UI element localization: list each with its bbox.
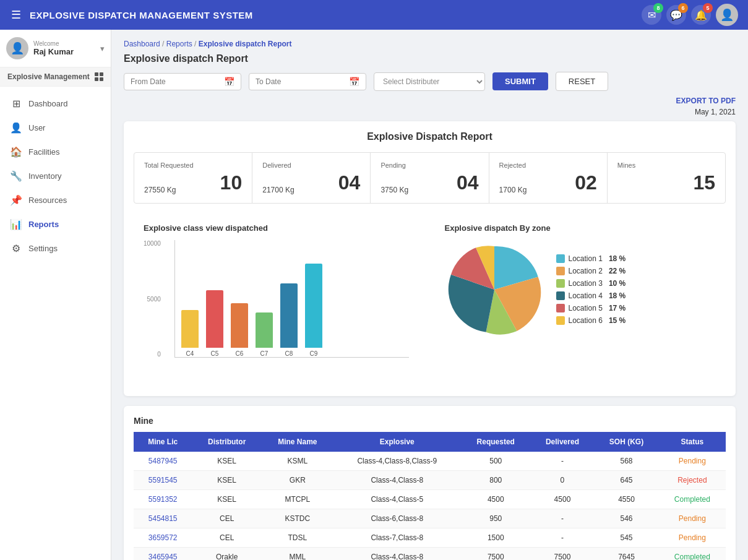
dashboard-icon: ⊞ bbox=[10, 98, 22, 110]
legend-dot-loc5 bbox=[556, 304, 565, 312]
cell-soh: 4550 bbox=[594, 490, 658, 509]
bar-c8-label: C8 bbox=[285, 350, 293, 357]
cell-mine-lic[interactable]: 5487945 bbox=[134, 452, 192, 471]
cell-mine-name: KSTDC bbox=[262, 509, 333, 528]
user-avatar[interactable]: 👤 bbox=[716, 4, 738, 26]
bar-c9-label: C9 bbox=[310, 350, 318, 357]
stat-label-1: Delivered bbox=[262, 162, 360, 169]
sidebar-nav: ⊞ Dashboard 👤 User 🏠 Facilities 🔧 Invent… bbox=[0, 87, 111, 265]
sidebar-item-resources[interactable]: 📌 Resources bbox=[0, 188, 111, 212]
table-row: 5591352 KSEL MTCPL Class-4,Class-5 4500 … bbox=[134, 490, 726, 509]
stat-rejected: Rejected 1700 Kg 02 bbox=[489, 153, 608, 203]
sidebar-item-user[interactable]: 👤 User bbox=[0, 116, 111, 140]
charts-row: Explosive class view dispatched 10000 50… bbox=[134, 213, 726, 386]
distributor-select[interactable]: Select Distributer bbox=[374, 72, 485, 91]
legend-pct-loc3: 10 % bbox=[609, 279, 625, 288]
legend-loc2: Location 2 22 % bbox=[556, 267, 626, 275]
stat-sub-1: 21700 Kg bbox=[262, 186, 294, 194]
cell-soh: 568 bbox=[594, 452, 658, 471]
cell-soh: 546 bbox=[594, 509, 658, 528]
cell-requested: 4500 bbox=[461, 490, 531, 509]
bar-c7-label: C7 bbox=[260, 350, 269, 357]
cell-explosive: Class-4,Class-8,Class-9 bbox=[333, 452, 461, 471]
table-row: 5487945 KSEL KSML Class-4,Class-8,Class-… bbox=[134, 452, 726, 471]
breadcrumb-reports[interactable]: Reports bbox=[166, 40, 192, 48]
bar-c6-rect bbox=[231, 303, 248, 348]
from-date-input[interactable] bbox=[131, 77, 220, 86]
sidebar-item-label: Dashboard bbox=[28, 99, 68, 108]
sidebar-item-settings[interactable]: ⚙ Settings bbox=[0, 236, 111, 261]
bar-c4: C4 bbox=[181, 310, 199, 357]
sidebar-item-inventory[interactable]: 🔧 Inventory bbox=[0, 164, 111, 188]
user-icon: 👤 bbox=[10, 122, 22, 134]
filter-bar: 📅 📅 Select Distributer SUBMIT RESET bbox=[124, 72, 736, 91]
sidebar-item-dashboard[interactable]: ⊞ Dashboard bbox=[0, 92, 111, 116]
export-pdf-link[interactable]: EXPORT TO PDF bbox=[676, 97, 736, 105]
cell-mine-name: GKR bbox=[262, 471, 333, 490]
y-label-10000: 10000 bbox=[144, 240, 161, 247]
from-date-calendar-icon[interactable]: 📅 bbox=[224, 77, 234, 87]
menu-icon[interactable]: ☰ bbox=[10, 8, 22, 22]
cell-mine-lic[interactable]: 3659572 bbox=[134, 528, 192, 548]
sidebar-item-reports[interactable]: 📊 Reports bbox=[0, 212, 111, 236]
cell-mine-name: KSML bbox=[262, 452, 333, 471]
table-row: 5591545 KSEL GKR Class-4,Class-8 800 0 6… bbox=[134, 471, 726, 490]
mine-section-title: Mine bbox=[134, 416, 726, 426]
legend-dot-loc3 bbox=[556, 279, 565, 288]
col-explosive: Explosive bbox=[333, 432, 461, 452]
reports-icon: 📊 bbox=[10, 218, 22, 230]
bell-badge: 5 bbox=[703, 3, 713, 13]
bar-c4-rect bbox=[181, 310, 199, 348]
from-date-wrap: 📅 bbox=[124, 73, 241, 90]
resources-icon: 📌 bbox=[10, 194, 22, 206]
mine-table: Mine Lic Distributor Mine Name Explosive… bbox=[134, 432, 726, 560]
cell-mine-lic[interactable]: 5591352 bbox=[134, 490, 192, 509]
pie-legend: Location 1 18 % Location 2 22 % Location… bbox=[556, 254, 626, 325]
mail-icon-btn[interactable]: ✉ 8 bbox=[642, 5, 661, 25]
breadcrumb-dashboard[interactable]: Dashboard bbox=[124, 40, 160, 48]
to-date-wrap: 📅 bbox=[249, 73, 366, 90]
legend-label-loc6: Location 6 bbox=[569, 316, 603, 325]
stat-value-0: 10 bbox=[220, 171, 243, 194]
legend-pct-loc4: 18 % bbox=[609, 291, 625, 300]
cell-distributor: KSEL bbox=[192, 452, 262, 471]
legend-pct-loc1: 18 % bbox=[609, 254, 625, 263]
to-date-input[interactable] bbox=[256, 77, 345, 86]
chat-icon-btn[interactable]: 💬 6 bbox=[666, 5, 686, 25]
cell-mine-lic[interactable]: 5591545 bbox=[134, 471, 192, 490]
table-row: 3465945 Orakle MML Class-4,Class-8 7500 … bbox=[134, 548, 726, 561]
cell-distributor: Orakle bbox=[192, 548, 262, 561]
sidebar-item-label: Reports bbox=[28, 220, 59, 229]
cell-mine-lic[interactable]: 5454815 bbox=[134, 509, 192, 528]
pie-chart-area: Location 1 18 % Location 2 22 % Location… bbox=[445, 240, 716, 339]
chevron-down-icon[interactable]: ▾ bbox=[100, 44, 105, 53]
col-distributor: Distributor bbox=[192, 432, 262, 452]
stat-sub-3: 1700 Kg bbox=[499, 186, 527, 194]
report-date: May 1, 2021 bbox=[124, 108, 736, 116]
legend-dot-loc1 bbox=[556, 254, 565, 263]
stat-pending: Pending 3750 Kg 04 bbox=[371, 153, 489, 203]
to-date-calendar-icon[interactable]: 📅 bbox=[349, 77, 359, 87]
reset-button[interactable]: RESET bbox=[556, 72, 608, 91]
legend-pct-loc2: 22 % bbox=[609, 267, 625, 275]
cell-status: Pending bbox=[659, 528, 726, 548]
cell-requested: 950 bbox=[461, 509, 531, 528]
bar-c6-label: C6 bbox=[236, 350, 244, 357]
submit-button[interactable]: SUBMIT bbox=[492, 72, 548, 90]
cell-explosive: Class-7,Class-8 bbox=[333, 528, 461, 548]
page-title: Explosive dispatch Report bbox=[124, 53, 736, 64]
cell-mine-lic[interactable]: 3465945 bbox=[134, 548, 192, 561]
col-status: Status bbox=[659, 432, 726, 452]
cell-explosive: Class-4,Class-5 bbox=[333, 490, 461, 509]
pie-chart-box: Explosive dispatch By zone bbox=[435, 213, 726, 386]
facilities-icon: 🏠 bbox=[10, 146, 22, 158]
pie-chart-svg bbox=[445, 240, 544, 339]
y-label-5000: 5000 bbox=[147, 296, 161, 303]
mine-table-section: Mine Mine Lic Distributor Mine Name Expl… bbox=[124, 406, 736, 560]
cell-mine-name: MTCPL bbox=[262, 490, 333, 509]
bar-c7-rect bbox=[256, 312, 273, 348]
main-content: Dashboard / Reports / Explosive dispatch… bbox=[111, 30, 748, 560]
sidebar-item-label: User bbox=[28, 123, 45, 132]
bell-icon-btn[interactable]: 🔔 5 bbox=[691, 5, 711, 25]
sidebar-item-facilities[interactable]: 🏠 Facilities bbox=[0, 140, 111, 164]
